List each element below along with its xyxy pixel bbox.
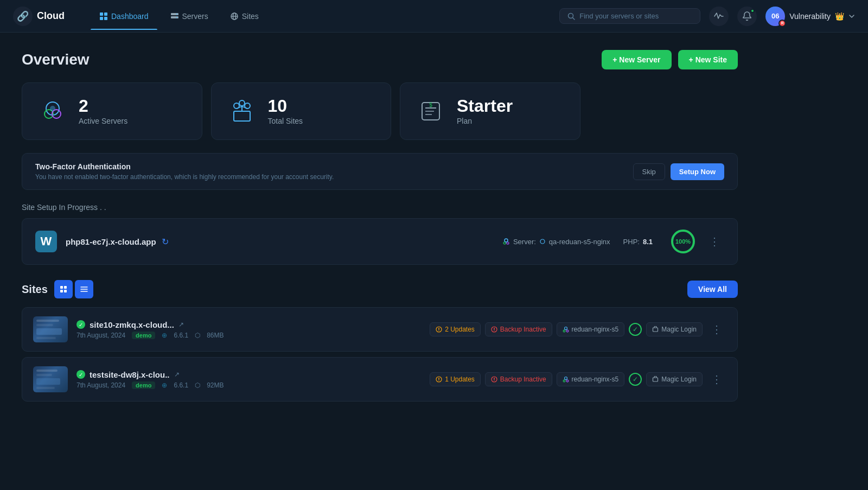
grid-icon	[60, 285, 67, 293]
user-menu[interactable]: 06 R Vulnerability 👑	[765, 7, 855, 26]
backup-icon	[491, 326, 497, 333]
svg-rect-3	[104, 12, 107, 16]
php-info: PHP: 8.1	[623, 238, 653, 246]
setup-site-name: php81-ec7j.x-cloud.app	[66, 237, 156, 246]
external-link-icon[interactable]: ↗	[178, 321, 184, 328]
svg-text:$: $	[429, 102, 432, 108]
new-site-button[interactable]: + New Site	[678, 50, 738, 69]
site-row: ✓ testsite-dw8j.x-clou.. ↗ 7th August, 2…	[22, 357, 738, 402]
logo-icon: 🔗	[13, 7, 33, 26]
header-right: Find your servers or sites 06 R Vulnerab…	[559, 7, 855, 26]
site-size: 86MB	[207, 332, 224, 339]
site-thumbnail	[33, 316, 68, 342]
notifications-button[interactable]	[737, 7, 757, 26]
setup-menu-button[interactable]: ⋮	[705, 233, 724, 250]
view-all-button[interactable]: View All	[687, 281, 738, 298]
user-name: Vulnerability	[789, 12, 831, 21]
main-nav: Dashboard Servers Sites	[91, 8, 542, 25]
bell-icon	[743, 11, 751, 21]
server-connect-icon	[539, 238, 546, 245]
site-status-dot: ✓	[76, 370, 85, 379]
servers-stat-icon	[37, 96, 68, 126]
search-bar[interactable]: Find your servers or sites	[559, 8, 700, 24]
nav-sites[interactable]: Sites	[221, 8, 267, 25]
logo[interactable]: 🔗 Cloud	[13, 7, 65, 26]
svg-point-60	[564, 377, 567, 380]
svg-rect-38	[64, 286, 67, 289]
site-row: ✓ site10-zmkq.x-cloud... ↗ 7th August, 2…	[22, 307, 738, 352]
server-info: Server: qa-reduan-s5-nginx	[502, 238, 610, 246]
wp-icon-small: ⊕	[162, 332, 167, 339]
notification-dot	[750, 9, 755, 13]
view-toggle	[54, 280, 93, 298]
nav-servers[interactable]: Servers	[162, 8, 217, 25]
site-menu-button[interactable]: ⋮	[707, 371, 726, 388]
svg-point-62	[566, 380, 569, 382]
stat-card-servers: 2 Active Servers	[22, 82, 202, 140]
twofa-text: Two-Factor Authentication You have not e…	[35, 162, 334, 181]
activity-button[interactable]	[709, 7, 729, 26]
svg-point-50	[564, 327, 567, 330]
site-actions: 1 Updates Backup Inactive reduan-nginx-s…	[430, 371, 726, 388]
updates-chip[interactable]: 2 Updates	[430, 322, 481, 336]
updates-label: 1 Updates	[445, 376, 475, 383]
site-main-info: ✓ testsite-dw8j.x-clou.. ↗ 7th August, 2…	[76, 370, 421, 389]
svg-point-61	[563, 380, 565, 382]
svg-point-8	[176, 14, 177, 15]
skip-button[interactable]: Skip	[633, 163, 665, 180]
updates-icon	[436, 326, 442, 333]
plan-name: Starter	[457, 97, 513, 114]
grid-view-button[interactable]	[54, 280, 73, 298]
site-name: site10-zmkq.x-cloud...	[90, 320, 174, 329]
svg-point-33	[507, 242, 509, 244]
svg-rect-37	[60, 286, 63, 289]
site-main-info: ✓ site10-zmkq.x-cloud... ↗ 7th August, 2…	[76, 320, 421, 339]
svg-rect-19	[234, 111, 250, 121]
list-view-button[interactable]	[75, 280, 93, 298]
site-menu-button[interactable]: ⋮	[707, 321, 726, 338]
site-badge: demo	[132, 381, 155, 389]
magic-login-icon	[652, 376, 659, 383]
svg-point-32	[503, 242, 506, 244]
nav-dashboard[interactable]: Dashboard	[91, 8, 157, 25]
backup-chip[interactable]: Backup Inactive	[485, 322, 552, 336]
list-icon	[80, 285, 88, 293]
server-name-chip: reduan-nginx-s5	[572, 376, 619, 383]
svg-point-51	[563, 330, 565, 332]
crown-icon: 👑	[835, 12, 844, 21]
server-chip-icon	[563, 376, 569, 383]
new-server-button[interactable]: + New Server	[602, 50, 671, 69]
backup-chip[interactable]: Backup Inactive	[485, 372, 552, 386]
servers-count: 2	[79, 97, 127, 114]
server-name: qa-reduan-s5-nginx	[549, 238, 610, 246]
backup-label: Backup Inactive	[500, 376, 546, 383]
stats-row: 2 Active Servers 10 Total Sites	[22, 82, 738, 140]
svg-text:🔗: 🔗	[17, 10, 29, 22]
overview-header: Overview + New Server + New Site	[22, 50, 738, 69]
wp-icon-small: ⊕	[162, 381, 167, 389]
updates-chip[interactable]: 1 Updates	[430, 372, 481, 386]
main-content: Overview + New Server + New Site 2 Activ…	[0, 33, 760, 424]
magic-login-button[interactable]: Magic Login	[646, 322, 703, 336]
setup-section-title: Site Setup In Progress . .	[22, 203, 738, 212]
stat-card-plan: $ Starter Plan	[400, 82, 580, 140]
setup-now-button[interactable]: Setup Now	[671, 163, 724, 180]
page-title: Overview	[22, 51, 90, 68]
svg-rect-39	[60, 290, 63, 292]
magic-login-button[interactable]: Magic Login	[646, 372, 703, 386]
svg-point-23	[239, 100, 245, 106]
svg-rect-4	[100, 17, 103, 20]
twofa-description: You have not enabled two-factor authenti…	[35, 173, 334, 181]
server-chip: reduan-nginx-s5	[557, 372, 625, 386]
php-label: PHP:	[623, 238, 640, 246]
setup-card: W php81-ec7j.x-cloud.app ↻ Server: qa-re…	[22, 218, 738, 265]
refresh-icon[interactable]: ↻	[162, 237, 169, 246]
servers-label: Active Servers	[79, 117, 127, 125]
sites-title: Sites	[22, 280, 93, 298]
svg-point-56	[438, 380, 439, 381]
site-actions: 2 Updates Backup Inactive reduan-nginx-s…	[430, 321, 726, 338]
external-link-icon[interactable]: ↗	[174, 371, 180, 378]
svg-point-52	[566, 330, 569, 332]
updates-icon	[436, 376, 442, 383]
site-name-row: ✓ testsite-dw8j.x-clou.. ↗	[76, 370, 421, 379]
